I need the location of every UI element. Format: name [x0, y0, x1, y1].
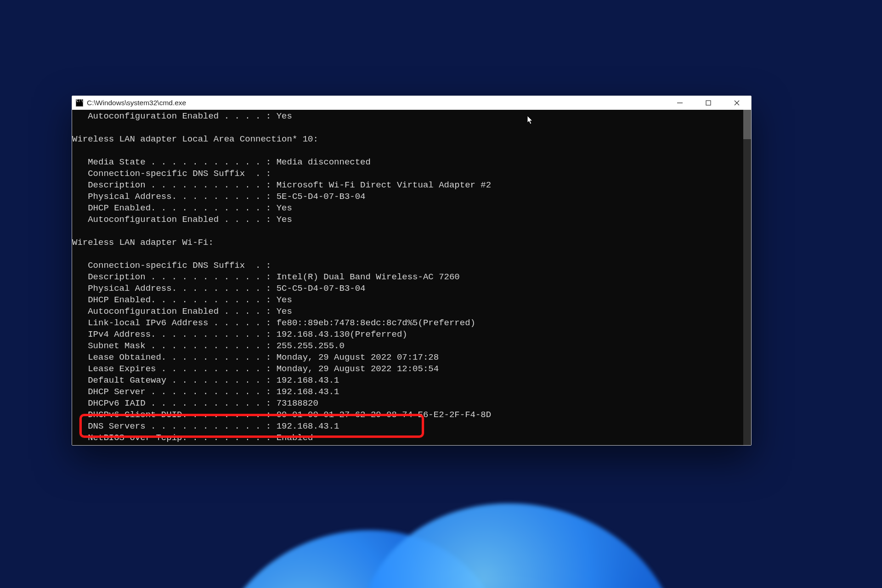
close-button[interactable]: [723, 96, 751, 110]
svg-rect-0: [677, 102, 683, 103]
close-icon: [734, 100, 740, 106]
window-titlebar[interactable]: C:\. C:\Windows\system32\cmd.exe: [72, 96, 751, 110]
cmd-icon: C:\.: [76, 99, 83, 107]
terminal-output[interactable]: Autoconfiguration Enabled . . . . : Yes …: [72, 110, 751, 445]
vertical-scrollbar-thumb[interactable]: [743, 110, 751, 139]
vertical-scrollbar-track[interactable]: [743, 110, 751, 445]
cmd-icon-label: C:\.: [76, 99, 85, 103]
cmd-window: C:\. C:\Windows\system32\cmd.exe Autocon…: [72, 96, 752, 446]
window-control-buttons: [666, 96, 751, 110]
maximize-icon: [706, 100, 711, 106]
maximize-button[interactable]: [694, 96, 723, 110]
minimize-button[interactable]: [666, 96, 694, 110]
desktop-background: C:\. C:\Windows\system32\cmd.exe Autocon…: [0, 0, 882, 588]
minimize-icon: [677, 102, 683, 103]
window-title: C:\Windows\system32\cmd.exe: [87, 99, 666, 107]
wallpaper-bloom: [74, 477, 808, 588]
svg-rect-1: [706, 101, 711, 105]
terminal-client-area: Autoconfiguration Enabled . . . . : Yes …: [72, 110, 751, 445]
